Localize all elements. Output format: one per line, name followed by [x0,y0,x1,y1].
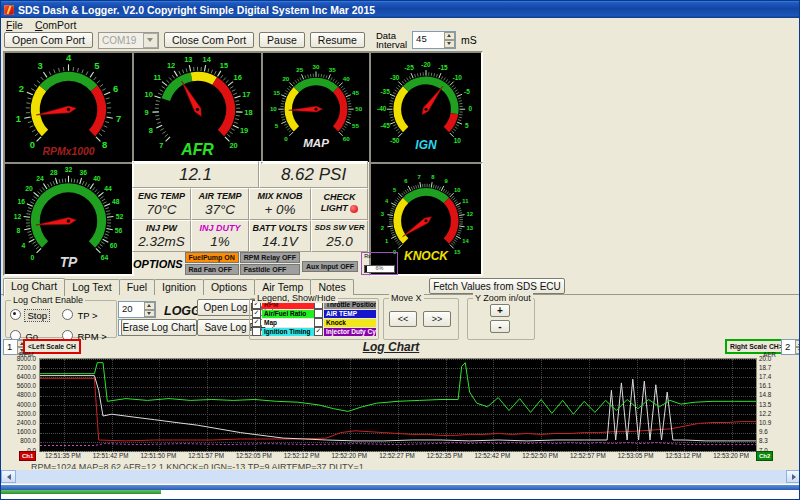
svg-text:TP: TP [60,254,78,270]
close-com-port-button[interactable]: Close Com Port [164,32,254,48]
fetch-values-button[interactable]: Fetch Values from SDS ECU [429,278,565,294]
legend-item-air-fuel-ratio: ✓Air/Fuel Ratio [252,309,314,318]
move-x-title: Move X [389,293,424,303]
series-rpm [40,378,756,441]
x-axis-tick: 12:51:42 PM [93,452,129,459]
svg-text:-20: -20 [421,61,431,68]
scroll-left-icon[interactable] [1,470,16,483]
scroll-right-icon[interactable] [786,470,800,483]
svg-text:KNOCK: KNOCK [404,249,449,263]
tab-air-temp[interactable]: Air Temp [254,279,311,295]
move-x-right-button[interactable]: >> [423,311,451,327]
svg-text:4: 4 [66,53,72,63]
tab-notes[interactable]: Notes [310,279,353,295]
pause-button[interactable]: Pause [259,32,305,48]
x-axis-tick: 12:51:35 PM [45,452,81,459]
left-axis-tick: 7200.0 [1,364,36,371]
map-readout: 8.62 PSI [259,161,368,188]
x-axis-tick: 12:53:12 PM [666,452,702,459]
afr-gauge-svg: 7891011121314151617181920AFR [134,53,261,162]
svg-text:3: 3 [38,60,43,71]
open-com-port-button[interactable]: Open Com Port [4,32,93,48]
rx-progress-value: 6% [365,266,394,271]
svg-text:8: 8 [17,227,21,234]
svg-text:10: 10 [454,187,460,193]
tp-gauge: 0481216202428323640444852566064TP [3,162,134,276]
tab-options[interactable]: Options [203,279,255,295]
y-zoom-in-button[interactable]: + [490,304,510,317]
window-title: SDS Dash & Logger. V2.0 Copyright Simple… [18,4,375,16]
right-axis-tick: 16.1 [759,382,799,389]
svg-text:6: 6 [113,83,118,94]
rxdata-label: RxData [364,253,382,265]
tab-ignition[interactable]: Ignition [154,279,204,295]
inj-duty-cell: INJ DUTY 1% [191,220,249,252]
svg-text:3: 3 [381,211,385,217]
svg-text:5: 5 [94,60,99,71]
com-port-select[interactable]: COM19 [98,32,159,49]
legend-item-air-temp: AIR TEMP [314,309,376,318]
afr-gauge: 7891011121314151617181920AFR [132,51,263,164]
radio-tp[interactable]: TP > [62,305,116,323]
legend-chip: Injector Duty Cyc [324,328,376,336]
ign-gauge-svg: -50-45-40-35-30-25-20-15-10-50510IGN [371,53,481,162]
move-x-left-button[interactable]: << [389,311,417,327]
left-axis-tick: 6400.0 [1,373,36,380]
legend-checkbox[interactable]: ✓ [252,309,261,318]
horizontal-scrollbar[interactable] [1,470,800,483]
svg-text:25: 25 [296,66,303,73]
data-interval-spinner[interactable]: 45 [412,31,456,49]
tp-threshold-value[interactable]: 20 [119,302,144,317]
svg-text:20: 20 [282,75,289,82]
legend-group: Legend, Show/Hide ✓RPMThrottle Position✓… [249,298,379,340]
svg-text:10: 10 [270,105,277,112]
svg-text:35: 35 [329,66,336,73]
svg-text:14: 14 [203,55,212,64]
radio-stop[interactable]: Stop [10,305,62,323]
legend-chip: Knock [324,319,376,327]
resume-button[interactable]: Resume [310,32,365,48]
svg-text:18: 18 [244,108,252,117]
legend-checkbox[interactable] [314,318,323,327]
tab-log-chart[interactable]: Log Chart [3,278,65,296]
menu-file[interactable]: File [6,19,23,31]
tab-log-text[interactable]: Log Text [64,279,120,295]
chevron-down-icon[interactable] [143,33,158,48]
svg-text:-50: -50 [390,137,400,144]
tp-threshold-arrows[interactable] [144,302,155,317]
left-axis-tick: 1600.0 [1,428,36,435]
move-x-group: Move X << >> [383,298,459,340]
channel-2-badge: Ch2 [756,451,773,461]
eng-temp-cell: ENG TEMP 70°C [132,188,191,220]
svg-text:-15: -15 [438,64,448,71]
data-interval-unit: mS [461,34,477,46]
svg-text:17: 17 [242,90,250,99]
menu-comport[interactable]: ComPort [35,19,76,31]
y-zoom-out-button[interactable]: - [490,320,510,333]
log-chart-enable-group: Log Chart Enable Stop TP > Go RPM > [5,300,117,338]
legend-checkbox[interactable] [252,327,261,336]
data-error-label: Data Error [382,253,394,265]
svg-text:14: 14 [462,238,469,244]
bottom-zone [1,484,800,500]
legend-checkbox[interactable]: ✓ [252,318,261,327]
option-badge-fuelpump-on: FuelPump ON [185,252,239,263]
app-icon [4,5,14,15]
data-interval-value[interactable]: 45 [413,32,444,48]
legend-checkbox[interactable]: ✓ [314,327,323,336]
svg-text:64: 64 [101,254,109,261]
svg-text:7: 7 [417,174,420,180]
svg-text:5: 5 [465,122,469,129]
x-axis-tick: 12:53:20 PM [713,452,749,459]
tab-fuel[interactable]: Fuel [119,279,155,295]
svg-text:-35: -35 [380,88,390,95]
data-interval-arrows[interactable] [444,32,455,48]
erase-log-chart-button[interactable]: Erase Log Chart [121,319,197,336]
title-bar: SDS Dash & Logger. V2.0 Copyright Simple… [1,1,799,18]
svg-text:-45: -45 [380,122,390,129]
legend-checkbox[interactable] [314,309,323,318]
svg-text:24: 24 [36,175,44,182]
legend-chip: AIR TEMP [324,310,376,318]
check-light-led [350,205,358,213]
tp-threshold-spinner[interactable]: 20 [118,301,156,318]
